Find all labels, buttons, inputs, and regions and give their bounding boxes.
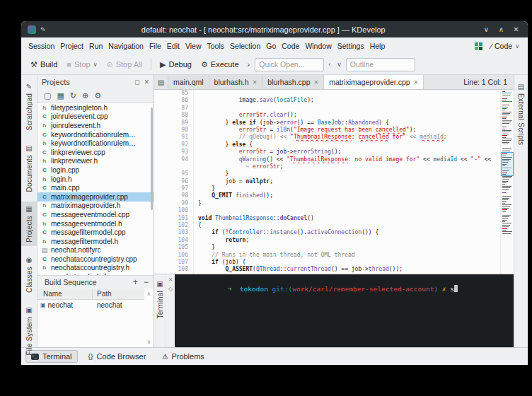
tree-item[interactable]: Cmessageeventmodel.cpp: [37, 210, 154, 219]
tree-item[interactable]: Clogin.cpp: [37, 165, 154, 175]
build-button[interactable]: ⚒ Build: [27, 58, 61, 71]
sidebar-tab-projects[interactable]: ▦Projects: [21, 202, 37, 246]
menu-view[interactable]: View: [183, 39, 204, 53]
add-build-item-button[interactable]: +: [133, 279, 138, 286]
add-icon[interactable]: ⊕: [82, 91, 88, 100]
right-dock-tab-external-scripts[interactable]: ▤External Scripts: [514, 79, 528, 148]
session-grid-icon[interactable]: [475, 42, 482, 50]
cursor-position: Line: 1 Col: 1: [457, 75, 514, 89]
tree-item[interactable]: hlinkpreviewer.h: [37, 157, 154, 166]
tree-scrollbar[interactable]: [151, 107, 153, 210]
tree-item[interactable]: Cmatriximageprovider.cpp: [37, 192, 154, 202]
tree-item[interactable]: Cjoinrulesevent.cpp: [37, 112, 154, 122]
terminal-screen[interactable]: ➜ tokodon git:(work/carl/remember-select…: [175, 274, 514, 347]
window-icon[interactable]: ▢: [44, 91, 51, 100]
terminal-tab[interactable]: Terminal: [156, 291, 164, 318]
menu-window[interactable]: Window: [302, 39, 334, 53]
tree-item[interactable]: Clinkpreviewer.cpp: [37, 148, 154, 157]
tree-item[interactable]: hmessageeventmodel.h: [37, 219, 154, 228]
minimap-viewport[interactable]: [501, 152, 514, 176]
column-path[interactable]: Path: [93, 289, 144, 299]
settings-icon[interactable]: ⚙: [94, 91, 101, 100]
tree-item[interactable]: ▤neochatconfig.kcfg: [37, 272, 154, 276]
quick-open-input[interactable]: [255, 58, 324, 71]
tree-item[interactable]: hmessagefiltermodel.h: [37, 237, 154, 246]
tree-item[interactable]: hneochataccountregistry.h: [37, 264, 154, 273]
minimap-scrollbar[interactable]: [500, 90, 514, 274]
statusbar: Terminal{}Code Browser⚠Problems: [21, 347, 528, 365]
editor-tab-matriximageprovider-cpp[interactable]: matriximageprovider.cpp✕: [324, 75, 424, 89]
menu-run[interactable]: Run: [86, 39, 105, 53]
menu-navigation[interactable]: Navigation: [105, 39, 146, 53]
menu-session[interactable]: Session: [25, 39, 57, 53]
outline-dropdown-button[interactable]: ∨: [335, 59, 344, 69]
debug-button[interactable]: ▶ Debug: [156, 58, 195, 71]
nav-back-button[interactable]: ‹: [326, 59, 332, 69]
outline-input[interactable]: [346, 58, 415, 71]
document-list-icon[interactable]: ▤: [154, 75, 168, 89]
tree-item[interactable]: hlogin.h: [37, 175, 154, 184]
minimize-button[interactable]: ∨: [481, 25, 492, 33]
editor-tab-blurhash-h[interactable]: blurhash.h✕: [209, 75, 263, 89]
editor-tab-main-qml[interactable]: main.qml: [168, 75, 209, 89]
line-number: 107: [154, 259, 194, 266]
project-tree[interactable]: hfiletypesingleton.hCjoinrulesevent.cpph…: [37, 103, 154, 276]
menu-project[interactable]: Project: [57, 39, 86, 53]
scroll-up-icon[interactable]: ∧: [147, 291, 151, 297]
sidebar-tab-label: Documents: [25, 155, 33, 192]
sidebar-tab-documents[interactable]: ▤Documents: [21, 141, 37, 195]
terminal-tab-icon: ▣: [156, 280, 163, 288]
build-sequence-row[interactable]: ▣ neochat neochat: [37, 300, 144, 310]
statusbar-code-browser-button[interactable]: {}Code Browser: [83, 350, 152, 363]
sidebar-tab-classes[interactable]: ◉Classes: [21, 252, 37, 296]
menu-settings[interactable]: Settings: [335, 39, 367, 53]
close-tab-icon[interactable]: ✕: [253, 79, 258, 86]
code-editor[interactable]: 8586 image.save(localFile);8788 errorStr…: [154, 90, 514, 274]
close-button[interactable]: ✕: [511, 25, 521, 33]
tree-item[interactable]: hmatriximageprovider.h: [37, 202, 154, 211]
close-tab-icon[interactable]: ✕: [414, 79, 419, 86]
close-panel-icon[interactable]: ✕: [144, 78, 149, 86]
tree-item-label: messagefiltermodel.h: [51, 238, 118, 245]
menu-help[interactable]: Help: [367, 39, 388, 53]
tree-item[interactable]: hkeywordnotificationrulem…: [37, 139, 154, 148]
close-tab-icon[interactable]: ✕: [313, 79, 318, 86]
header-file-icon: h: [41, 176, 48, 182]
tree-item[interactable]: Ckeywordnotificationrulem…: [37, 130, 154, 139]
sidebar-tab-scratchpad[interactable]: ✎Scratchpad: [21, 79, 37, 134]
close-terminal-icon[interactable]: ✕: [168, 276, 173, 283]
scroll-down-icon[interactable]: ∨: [147, 339, 151, 345]
titlebar[interactable]: ✎ default: neochat - [ neochat:src/matri…: [21, 21, 528, 37]
menu-code[interactable]: Code: [279, 39, 302, 53]
statusbar-terminal-button[interactable]: Terminal: [25, 350, 78, 363]
execute-button[interactable]: ⚙ Execute: [197, 58, 243, 71]
menu-edit[interactable]: Edit: [164, 39, 183, 53]
statusbar-problems-button[interactable]: ⚠Problems: [156, 350, 210, 363]
float-panel-icon[interactable]: ◻: [134, 78, 139, 86]
stop-all-button[interactable]: ⊘ Stop All: [103, 58, 146, 71]
menu-tools[interactable]: Tools: [204, 39, 228, 53]
grid-icon[interactable]: ▦: [57, 91, 64, 100]
reload-icon[interactable]: ↻: [70, 91, 76, 100]
slash-icon: ∕: [490, 42, 492, 50]
build-sequence-title: Build Sequence: [45, 278, 97, 286]
tree-item[interactable]: hjoinrulesevent.h: [37, 121, 154, 130]
menu-go[interactable]: Go: [263, 39, 279, 53]
code-selector-button[interactable]: ∕ Code ∨: [487, 40, 522, 52]
toolbar-overflow-icon[interactable]: ›: [245, 60, 253, 69]
stop-button[interactable]: ■ Stop ∨: [63, 58, 100, 71]
column-name[interactable]: Name: [37, 289, 93, 299]
menu-selection[interactable]: Selection: [227, 39, 263, 53]
editor-tab-blurhash-cpp[interactable]: blurhash.cpp✕: [262, 75, 324, 89]
tree-item[interactable]: Cmain.cpp: [37, 183, 154, 192]
tree-item[interactable]: Cmessagefiltermodel.cpp: [37, 228, 154, 237]
remove-build-item-button[interactable]: −: [144, 279, 149, 286]
tree-item[interactable]: hfiletypesingleton.h: [37, 103, 154, 112]
chevron-down-icon: ∨: [515, 43, 519, 50]
tree-item-label: login.h: [51, 175, 71, 183]
tree-item[interactable]: Cneochataccountregistry.cpp: [37, 255, 154, 264]
maximize-button[interactable]: ∧: [496, 25, 507, 33]
menu-file[interactable]: File: [146, 39, 164, 53]
detach-terminal-icon[interactable]: ◇: [168, 286, 173, 292]
tree-item[interactable]: ▤neochat.notifyrc: [37, 246, 154, 255]
